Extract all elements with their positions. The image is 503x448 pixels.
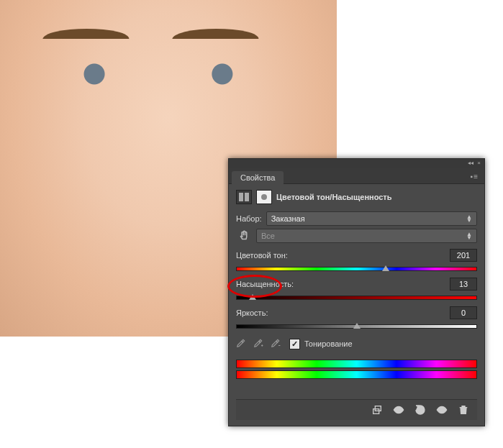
tab-properties[interactable]: Свойства [232,171,284,184]
svg-point-5 [440,408,443,411]
reset-icon[interactable] [414,403,427,416]
panel-footer [236,399,477,420]
channel-row: Все ▲▼ [236,229,477,243]
hue-label: Цветовой тон: [236,251,288,260]
clip-to-layer-icon[interactable] [371,403,384,416]
hue-track[interactable] [236,265,477,272]
eyedropper-add-icon[interactable] [253,338,263,349]
saturation-value[interactable]: 13 [450,278,477,291]
preset-label: Набор: [236,214,262,223]
eyedropper-icon[interactable] [236,338,246,349]
hue-range-bars [236,360,477,379]
lightness-thumb[interactable] [353,323,361,329]
hue-thumb[interactable] [382,265,389,271]
colorize-checkbox-row[interactable]: ✓ Тонирование [289,339,353,349]
view-previous-icon[interactable] [392,403,405,416]
svg-rect-0 [239,193,243,201]
collapse-icon[interactable]: ◂◂ [467,160,473,166]
saturation-slider: Насыщенность: 13 [236,278,477,301]
saturation-track[interactable] [236,293,477,301]
lightness-slider: Яркость: 0 [236,306,477,329]
saturation-label: Насыщенность: [236,280,294,288]
targeted-adjustment-icon[interactable] [236,229,252,243]
hue-value[interactable]: 201 [450,249,477,262]
preset-value: Заказная [271,214,305,223]
panel-menu-icon[interactable]: ▪≡ [471,173,484,183]
svg-rect-1 [245,193,249,201]
adjustment-header: Цветовой тон/Насыщенность [236,190,477,204]
lightness-value[interactable]: 0 [450,306,477,319]
tab-row: Свойства ▪≡ [229,168,484,184]
preset-select[interactable]: Заказная ▲▼ [266,211,477,226]
eyedropper-subtract-icon[interactable] [271,338,281,349]
visibility-icon[interactable] [435,403,448,416]
channel-value: Все [261,232,275,240]
layer-mask-icon[interactable] [256,190,272,204]
lightness-track[interactable] [236,322,477,329]
svg-point-4 [397,408,400,411]
panel-titlebar: ◂◂ × [229,159,484,168]
colorize-label: Тонирование [304,339,353,348]
close-icon[interactable]: × [476,160,482,166]
hue-bar-top [236,360,477,368]
trash-icon[interactable] [457,403,470,416]
channel-select[interactable]: Все ▲▼ [256,229,477,243]
adjustment-icon[interactable] [236,190,252,204]
properties-panel: ◂◂ × Свойства ▪≡ Цветовой тон/Насыщеннос… [228,158,485,426]
select-arrows-icon: ▲▼ [466,232,472,239]
hue-slider: Цветовой тон: 201 [236,249,477,272]
select-arrows-icon: ▲▼ [466,215,472,222]
lightness-label: Яркость: [236,308,268,317]
hue-bar-bottom [236,370,477,379]
colorize-checkbox[interactable]: ✓ [289,339,300,349]
saturation-thumb[interactable] [249,294,256,300]
preset-row: Набор: Заказная ▲▼ [236,211,477,226]
eyedropper-row: ✓ Тонирование [236,338,477,349]
adjustment-title: Цветовой тон/Насыщенность [276,193,392,201]
